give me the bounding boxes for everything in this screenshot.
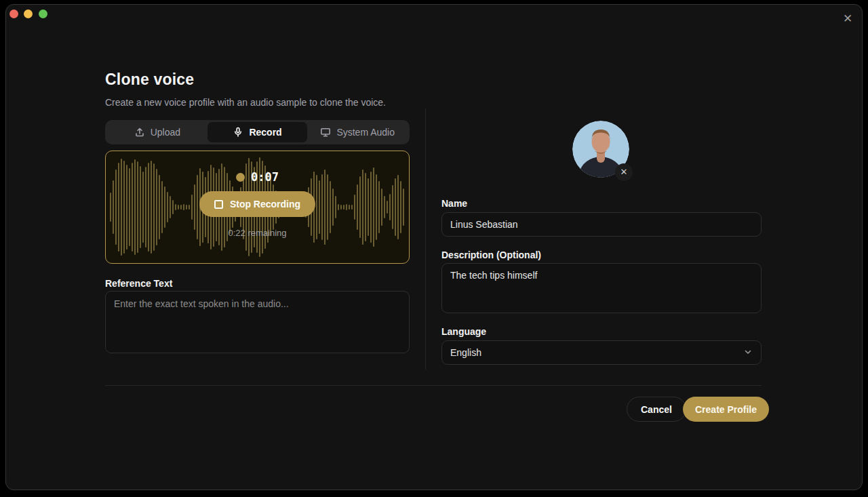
recording-indicator-dot: [236, 173, 245, 182]
chevron-down-icon: [743, 347, 753, 359]
create-profile-button[interactable]: Create Profile: [683, 397, 769, 422]
close-icon[interactable]: ✕: [840, 12, 855, 26]
column-divider: [425, 108, 426, 370]
tab-upload-label: Upload: [151, 127, 180, 138]
recording-overlay: 0:07 Stop Recording 0:22 remaining: [106, 151, 409, 263]
language-label: Language: [441, 326, 486, 337]
tab-system-audio[interactable]: System Audio: [307, 122, 408, 142]
stop-icon: [214, 200, 223, 209]
timer-row: 0:07: [236, 170, 279, 184]
upload-icon: [134, 127, 145, 138]
traffic-light-close[interactable]: [9, 9, 18, 18]
traffic-light-zoom[interactable]: [39, 9, 47, 18]
description-input[interactable]: [441, 263, 762, 313]
language-selected-value: English: [450, 347, 481, 358]
dialog-title: Clone voice: [105, 71, 194, 89]
remove-avatar-button[interactable]: ✕: [615, 163, 633, 181]
elapsed-time: 0:07: [251, 170, 279, 184]
tab-record-label: Record: [249, 127, 281, 138]
tab-upload[interactable]: Upload: [107, 122, 208, 142]
reference-text-label: Reference Text: [105, 278, 172, 289]
time-remaining: 0:22 remaining: [229, 228, 287, 238]
footer-divider: [105, 385, 762, 386]
cancel-button[interactable]: Cancel: [627, 397, 686, 422]
tab-record[interactable]: Record: [208, 122, 308, 142]
language-select[interactable]: English: [441, 340, 762, 365]
description-label: Description (Optional): [441, 250, 541, 260]
stop-recording-button[interactable]: Stop Recording: [199, 191, 315, 217]
tab-system-audio-label: System Audio: [336, 127, 395, 138]
name-input[interactable]: [441, 212, 762, 237]
dialog-subtitle: Create a new voice profile with an audio…: [105, 97, 386, 108]
reference-text-input[interactable]: [105, 291, 410, 353]
name-label: Name: [441, 198, 467, 209]
recording-panel: 0:07 Stop Recording 0:22 remaining: [105, 151, 410, 264]
stop-recording-label: Stop Recording: [230, 199, 300, 210]
microphone-icon: [233, 127, 243, 138]
source-tabbar: Upload Record System Audio: [105, 120, 410, 144]
monitor-icon: [320, 127, 331, 138]
traffic-light-minimize[interactable]: [24, 9, 33, 18]
